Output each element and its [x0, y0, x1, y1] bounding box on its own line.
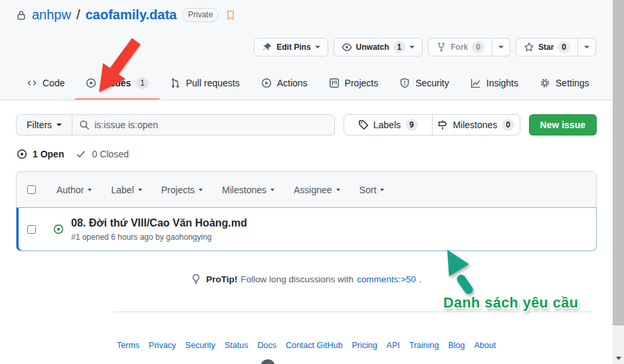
issue-search: Filters: [16, 114, 335, 136]
code-icon: [27, 78, 37, 88]
search-field: [72, 115, 334, 135]
repo-header: anhpw / caofamily.data Private Edit Pins…: [0, 0, 624, 100]
repo-owner-link[interactable]: anhpw: [32, 7, 71, 23]
repo-nav: CodeIssues1Pull requestsActionsProjectsS…: [16, 68, 600, 100]
scrollbar: [613, 0, 624, 364]
milestone-icon: [437, 120, 448, 130]
issues-list-box: AuthorLabelProjectsMilestonesAssigneeSor…: [16, 171, 597, 251]
filter-projects-dropdown[interactable]: Projects: [161, 185, 203, 195]
footer-link-pricing[interactable]: Pricing: [352, 341, 377, 350]
new-issue-button[interactable]: New issue: [529, 114, 597, 136]
tab-pull-requests[interactable]: Pull requests: [159, 68, 251, 100]
closed-issues-link[interactable]: 0 Closed: [76, 149, 128, 159]
caret-down-icon: [336, 189, 340, 191]
open-issues-link[interactable]: 1 Open: [17, 149, 64, 159]
footer-link-about[interactable]: About: [474, 341, 496, 350]
protip-link[interactable]: comments:>50: [357, 274, 416, 284]
footer-link-status[interactable]: Status: [225, 341, 248, 350]
edit-pins-label: Edit Pins: [276, 43, 310, 52]
filter-label: Author: [56, 185, 84, 195]
issue-meta: #1 opened 6 hours ago by gaohongying: [71, 232, 247, 242]
tab-label: Security: [415, 78, 449, 88]
eye-icon: [342, 42, 352, 52]
gear-icon: [540, 78, 550, 88]
check-icon: [76, 149, 86, 159]
edit-pins-button[interactable]: Edit Pins: [254, 38, 328, 56]
tab-insights[interactable]: Insights: [460, 68, 529, 100]
filters-dropdown-button[interactable]: Filters: [17, 115, 72, 135]
project-icon: [329, 78, 340, 88]
tab-settings[interactable]: Settings: [529, 68, 600, 100]
issue-opened-icon: [53, 224, 64, 234]
search-icon: [79, 120, 90, 130]
unwatch-label: Unwatch: [356, 43, 389, 52]
octocat-logo-partial: [260, 359, 275, 364]
select-all-checkbox[interactable]: [27, 185, 36, 194]
star-dropdown-button[interactable]: [578, 38, 596, 56]
footer-link-api[interactable]: API: [387, 341, 400, 350]
tab-code[interactable]: Code: [16, 68, 75, 100]
filter-label: Assignee: [294, 185, 332, 195]
labels-count-badge: 9: [405, 119, 418, 131]
fork-dropdown-button[interactable]: [492, 38, 510, 56]
footer-link-security[interactable]: Security: [185, 341, 215, 350]
footer-link-docs[interactable]: Docs: [257, 341, 276, 350]
issue-row[interactable]: 08. Đời thứ VIII/Cao Văn Hoàng.md #1 ope…: [17, 208, 596, 250]
star-button-group: Star 0: [516, 38, 596, 56]
star-icon: [524, 42, 534, 52]
filter-label: Sort: [360, 185, 377, 195]
tab-label: Insights: [486, 78, 518, 88]
tab-label: Code: [43, 78, 64, 88]
caret-down-icon: [88, 189, 92, 191]
scrollbar-down-button[interactable]: [613, 353, 624, 364]
caret-down-icon: [380, 189, 384, 191]
closed-count-label: 0 Closed: [92, 149, 128, 159]
filter-label-dropdown[interactable]: Label: [111, 185, 142, 195]
search-input[interactable]: [94, 120, 328, 130]
tab-security[interactable]: Security: [389, 68, 460, 100]
caret-down-icon: [409, 46, 415, 48]
footer-link-training[interactable]: Training: [409, 341, 439, 350]
tab-actions[interactable]: Actions: [251, 68, 318, 100]
tab-issues[interactable]: Issues1: [75, 68, 159, 100]
tab-label: Issues: [102, 78, 131, 88]
lightbulb-icon: [191, 274, 201, 284]
repo-name-link[interactable]: caofamily.data: [86, 7, 177, 23]
issue-main: 08. Đời thứ VIII/Cao Văn Hoàng.md #1 ope…: [71, 217, 247, 242]
labels-label: Labels: [373, 120, 401, 130]
filter-author-dropdown[interactable]: Author: [56, 185, 92, 195]
play-icon: [261, 78, 272, 88]
footer-link-contact-github[interactable]: Contact GitHub: [286, 341, 342, 350]
filter-assignee-dropdown[interactable]: Assignee: [294, 185, 340, 195]
issue-checkbox[interactable]: [27, 225, 36, 234]
labels-button[interactable]: Labels 9: [344, 115, 432, 135]
fork-label: Fork: [451, 43, 468, 52]
fork-count-badge: 0: [472, 41, 484, 53]
shield-icon: [399, 78, 410, 88]
tab-label: Pull requests: [186, 78, 240, 88]
footer-links: TermsPrivacySecurityStatusDocsContact Gi…: [0, 341, 613, 350]
fork-button-group: Fork 0: [428, 38, 510, 56]
star-label: Star: [538, 43, 554, 52]
star-button[interactable]: Star 0: [516, 38, 578, 56]
unwatch-button[interactable]: Unwatch 1: [334, 38, 423, 56]
footer-link-terms[interactable]: Terms: [117, 341, 140, 350]
labels-milestones-group: Labels 9 Milestones 0: [344, 114, 520, 136]
milestones-label: Milestones: [453, 120, 497, 130]
footer-link-blog[interactable]: Blog: [448, 341, 465, 350]
scrollbar-thumb[interactable]: [613, 0, 624, 325]
filter-milestones-dropdown[interactable]: Milestones: [222, 185, 274, 195]
protip-text: Follow long discussions with: [241, 274, 354, 284]
filter-sort-dropdown[interactable]: Sort: [360, 185, 385, 195]
issue-title-link[interactable]: 08. Đời thứ VIII/Cao Văn Hoàng.md: [71, 217, 247, 229]
caret-down-icon: [270, 189, 274, 191]
filters-label: Filters: [27, 120, 52, 130]
milestones-button[interactable]: Milestones 0: [432, 115, 520, 135]
caret-down-icon: [56, 124, 62, 126]
bookmark-icon[interactable]: [225, 10, 236, 21]
list-filter-dropdowns: AuthorLabelProjectsMilestonesAssigneeSor…: [56, 185, 384, 195]
fork-button[interactable]: Fork 0: [428, 38, 492, 56]
caret-down-icon: [138, 189, 142, 191]
tab-projects[interactable]: Projects: [318, 68, 389, 100]
footer-link-privacy[interactable]: Privacy: [149, 341, 176, 350]
